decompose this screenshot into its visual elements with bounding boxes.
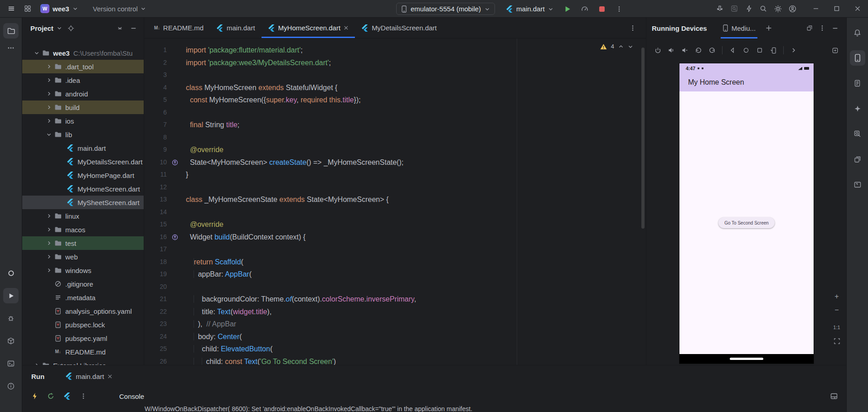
nav-back-button[interactable] [727, 44, 738, 56]
layout-settings-button[interactable] [828, 390, 840, 402]
hot-reload-button[interactable] [29, 390, 40, 402]
editor-tab-main-dart[interactable]: main.dart [210, 18, 262, 38]
chevron-right-icon[interactable] [44, 268, 53, 273]
problems-tool-button[interactable] [3, 378, 19, 394]
tree-item--gitignore[interactable]: .gitignore [22, 277, 144, 291]
tree-item--metadata[interactable]: .metadata [22, 291, 144, 304]
tree-item-analysis-options-yaml[interactable]: analysis_options.yaml [22, 304, 144, 318]
editor-scrollbar-thumb[interactable] [641, 48, 645, 229]
flutter-run-icon[interactable] [61, 390, 73, 402]
chevron-right-icon[interactable] [44, 64, 53, 69]
console-output[interactable]: W/WindowOnBackDispatcher( 8600): Set 'an… [22, 405, 846, 412]
chevron-right-icon[interactable] [44, 105, 53, 110]
tree-item-mydetailsscreen-dart[interactable]: MyDetailsScreen.dart [22, 155, 144, 168]
tree-item-pubspec-lock[interactable]: pubspec.lock [22, 318, 144, 331]
gesture-pill[interactable] [730, 358, 763, 360]
tree-item-macos[interactable]: macos [22, 223, 144, 236]
float-window-button[interactable] [804, 22, 815, 34]
chevron-right-icon[interactable] [44, 240, 53, 246]
nav-home-button[interactable] [740, 44, 752, 56]
app-inspection-tool-button[interactable] [850, 152, 865, 167]
zoom-fit-button[interactable] [831, 335, 843, 347]
tree-item-android[interactable]: android [22, 87, 144, 101]
snapshot-button[interactable] [829, 44, 841, 56]
locate-file-button[interactable] [65, 22, 77, 34]
zoom-reset-button[interactable]: 1:1 [831, 321, 843, 333]
zoom-out-button[interactable]: − [831, 304, 843, 316]
more-actions-button[interactable] [611, 3, 627, 15]
run-tab-main-dart[interactable]: main.dart [61, 365, 117, 387]
stop-button[interactable] [594, 3, 610, 15]
chevron-right-icon[interactable] [44, 227, 53, 232]
device-selector[interactable]: emulator-5554 (mobile) [396, 3, 495, 15]
device-screen[interactable]: 4:47 My Home Screen Go To Second Screen [679, 63, 814, 364]
profiler-button[interactable] [577, 3, 592, 15]
terminal-tool-button[interactable] [3, 356, 19, 371]
tree-item-pubspec-yaml[interactable]: pubspec.yaml [22, 331, 144, 345]
tree-item-mysheetscreen-dart[interactable]: MySheetScreen.dart [22, 196, 144, 209]
debug-tool-button[interactable] [3, 311, 19, 326]
vol-down-button[interactable] [679, 44, 691, 56]
tree-item--idea[interactable]: .idea [22, 73, 144, 87]
dependencies-tool-button[interactable] [3, 333, 19, 349]
main-menu-button[interactable] [4, 2, 19, 15]
emulator-tool-button[interactable] [850, 177, 865, 192]
close-button[interactable] [847, 0, 868, 17]
run-button[interactable] [560, 3, 575, 15]
prev-problem-button[interactable] [618, 44, 624, 49]
chevron-right-icon[interactable] [44, 213, 53, 219]
code-area[interactable]: 1import 'package:flutter/material.dart';… [144, 38, 646, 365]
tree-item-linux[interactable]: linux [22, 209, 144, 223]
hide-panel-button[interactable] [829, 22, 841, 34]
editor-tab-readme-md[interactable]: M↓README.md [148, 18, 210, 38]
tree-item-build[interactable]: build [22, 101, 144, 114]
go-to-second-screen-button[interactable]: Go To Second Screen [718, 217, 775, 228]
editor-options-button[interactable] [625, 22, 640, 34]
device-inspector-button[interactable] [728, 3, 740, 14]
device-explorer-tool-button[interactable] [850, 76, 865, 91]
tree-item-lib[interactable]: lib [22, 128, 144, 141]
nav-overview-button[interactable] [754, 44, 766, 56]
collapse-all-button[interactable] [114, 22, 126, 34]
tree-item-ios[interactable]: ios [22, 114, 144, 128]
chev-right-lg-button[interactable] [788, 44, 800, 56]
console-tab[interactable]: Console [119, 393, 144, 400]
tree-item-web[interactable]: web [22, 250, 144, 263]
rot-r-button[interactable] [706, 44, 718, 56]
chevron-down-icon[interactable] [44, 132, 53, 137]
zoom-in-button[interactable]: + [831, 291, 843, 302]
editor-tab-mydetailsscreen-dart[interactable]: MyDetailsScreen.dart [355, 18, 443, 38]
override-gutter-icon[interactable] [172, 159, 178, 166]
tree-item-main-dart[interactable]: main.dart [22, 141, 144, 155]
editor-tab-myhomescreen-dart[interactable]: MyHomeScreen.dart [262, 18, 355, 38]
layout-inspector-tool-button[interactable] [850, 126, 865, 142]
run-tool-button[interactable] [3, 288, 19, 303]
chevron-right-icon[interactable] [44, 77, 53, 83]
settings-button[interactable] [772, 3, 784, 14]
device-tab[interactable]: Mediu... [718, 18, 760, 38]
project-widget[interactable]: W wee3 [36, 2, 82, 15]
minimize-button[interactable] [805, 0, 826, 17]
next-problem-button[interactable] [628, 44, 633, 49]
maximize-button[interactable] [826, 0, 847, 17]
tree-item-root[interactable]: wee3 C:\Users\fomba\Stu [22, 46, 144, 60]
tree-item-windows[interactable]: windows [22, 263, 144, 277]
quick-actions-button[interactable] [743, 3, 755, 14]
power-button[interactable] [652, 44, 664, 56]
chevron-right-icon[interactable] [44, 254, 53, 259]
screenshot-button[interactable] [767, 44, 779, 56]
tree-item-myhomepage-dart[interactable]: MyHomePage.dart [22, 168, 144, 182]
profile-button[interactable] [786, 3, 798, 14]
tree-item-myhomescreen-dart[interactable]: MyHomeScreen.dart [22, 182, 144, 196]
override-gutter-icon[interactable] [172, 234, 178, 240]
notifications-button[interactable] [850, 25, 865, 40]
tool-windows-button[interactable] [20, 2, 35, 15]
tree-item--dart-tool[interactable]: .dart_tool [22, 60, 144, 73]
chevron-right-icon[interactable] [44, 91, 53, 96]
vol-up-button[interactable] [665, 44, 677, 56]
gemini-tool-button[interactable] [850, 101, 865, 116]
vcs-widget[interactable]: Version control [88, 2, 150, 15]
close-tab-button[interactable] [344, 25, 349, 30]
hot-restart-button[interactable] [45, 390, 57, 402]
search-everywhere-button[interactable] [757, 3, 769, 14]
